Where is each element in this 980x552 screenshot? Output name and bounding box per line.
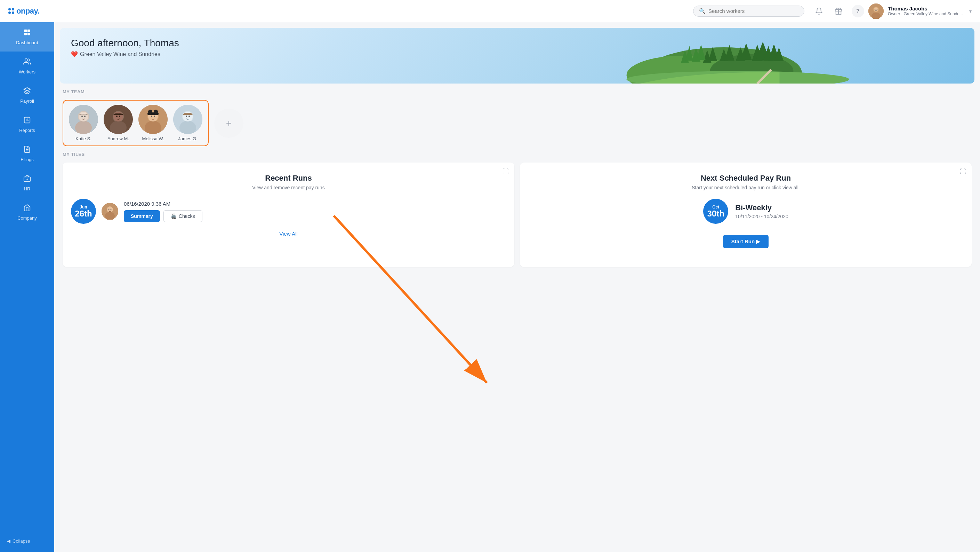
tiles-row: ⛶ Recent Runs View and remove recent pay… [63, 163, 972, 267]
svg-rect-11 [27, 33, 30, 35]
next-run-details: Bi-Weekly 10/11/2020 - 10/24/2020 [735, 203, 788, 219]
view-all-container: View All [71, 231, 506, 237]
main-content: Good afternoon, Thomas ❤️ Green Valley W… [54, 22, 980, 552]
nav-icons: ? [813, 5, 864, 18]
svg-point-46 [84, 116, 86, 117]
svg-point-44 [79, 112, 88, 121]
team-row: Katie S. [63, 100, 972, 146]
notification-icon[interactable] [813, 5, 825, 18]
svg-rect-10 [24, 33, 27, 35]
svg-point-7 [877, 8, 878, 10]
sidebar-bottom: ◀ Collapse [0, 530, 54, 552]
svg-rect-8 [24, 30, 27, 32]
collapse-arrow-icon: ◀ [7, 538, 10, 544]
recent-runs-expand-icon[interactable]: ⛶ [503, 168, 509, 175]
gift-icon[interactable] [832, 5, 845, 18]
recent-runs-tile: ⛶ Recent Runs View and remove recent pay… [63, 163, 514, 267]
recent-run-datetime: 06/16/2020 9:36 AM [124, 201, 506, 207]
recent-runs-title: Recent Runs [71, 174, 506, 183]
recent-run-day: 26th [75, 209, 92, 218]
team-avatar-james [173, 105, 202, 134]
next-run-type: Bi-Weekly [735, 203, 788, 212]
next-scheduled-expand-icon[interactable]: ⛶ [960, 168, 966, 175]
sidebar-payroll-label: Payroll [20, 99, 34, 104]
next-scheduled-subtitle: Start your next scheduled pay run or cli… [528, 185, 963, 190]
team-name-andrew: Andrew M. [107, 136, 129, 141]
team-member-melissa[interactable]: Melissa W. [138, 105, 168, 141]
summary-button[interactable]: Summary [124, 210, 160, 222]
start-run-button[interactable]: Start Run ▶ [723, 235, 769, 248]
svg-point-50 [113, 112, 123, 121]
recent-run-row: Jun 26th [71, 199, 506, 224]
svg-point-45 [81, 116, 83, 117]
recent-run-user-avatar [102, 203, 118, 220]
start-run-container: Start Run ▶ [528, 229, 963, 248]
recent-run-date-badge: Jun 26th [71, 199, 96, 224]
workers-icon [23, 58, 31, 67]
team-selected-box: Katie S. [63, 100, 208, 146]
my-team-section: MY TEAM [54, 89, 980, 152]
svg-point-51 [116, 116, 118, 117]
sidebar-item-hr[interactable]: HR [0, 168, 54, 198]
logo[interactable]: onpay. [8, 6, 39, 16]
next-run-date-badge: Oct 30th [703, 199, 728, 224]
hero-company: Green Valley Wine and Sundries [80, 51, 160, 57]
collapse-button[interactable]: ◀ Collapse [3, 536, 51, 546]
team-avatar-melissa [138, 105, 168, 134]
sidebar-item-workers[interactable]: Workers [0, 51, 54, 81]
team-name-katie: Katie S. [75, 136, 91, 141]
hero-text: Good afternoon, Thomas ❤️ Green Valley W… [60, 28, 974, 67]
user-info[interactable]: Thomas Jacobs Owner · Green Valley Wine … [869, 3, 972, 19]
svg-point-67 [188, 116, 190, 117]
svg-point-58 [154, 116, 155, 117]
filings-icon [23, 145, 31, 155]
checks-button[interactable]: 🖨️ Checks [164, 210, 202, 222]
my-tiles-title: MY TILES [63, 152, 972, 157]
checks-label: Checks [179, 213, 195, 219]
heart-icon: ❤️ [71, 51, 78, 57]
user-role: Owner · Green Valley Wine and Sundri... [888, 11, 963, 16]
team-member-james[interactable]: James G. [173, 105, 202, 141]
next-run-dates: 10/11/2020 - 10/24/2020 [735, 214, 788, 219]
top-nav: onpay. 🔍 ? Thomas Jacobs Ow [0, 0, 980, 22]
next-run-row: Oct 30th Bi-Weekly 10/11/2020 - 10/24/20… [528, 199, 963, 224]
sidebar-dashboard-label: Dashboard [16, 40, 38, 45]
svg-point-72 [111, 209, 111, 210]
search-input[interactable] [708, 8, 799, 14]
company-icon [23, 204, 31, 213]
sidebar-workers-label: Workers [19, 69, 35, 75]
hero-sub: ❤️ Green Valley Wine and Sundries [71, 51, 963, 57]
hero-greeting: Good afternoon, Thomas [71, 38, 963, 49]
printer-icon: 🖨️ [171, 213, 177, 219]
add-member-button[interactable]: + [214, 108, 243, 138]
add-member-wrapper: + [214, 108, 243, 138]
sidebar-item-payroll[interactable]: Payroll [0, 81, 54, 110]
sidebar-hr-label: HR [24, 186, 30, 191]
team-member-andrew[interactable]: Andrew M. [103, 105, 133, 141]
svg-point-57 [151, 116, 152, 117]
recent-runs-subtitle: View and remove recent pay runs [71, 185, 506, 190]
sidebar-item-dashboard[interactable]: Dashboard [0, 22, 54, 51]
sidebar-item-company[interactable]: Company [0, 198, 54, 227]
team-member-katie[interactable]: Katie S. [69, 105, 98, 141]
search-icon: 🔍 [699, 8, 706, 14]
help-icon[interactable]: ? [852, 5, 864, 18]
svg-rect-9 [27, 30, 30, 32]
view-all-link[interactable]: View All [279, 231, 298, 237]
sidebar-filings-label: Filings [21, 157, 34, 162]
sidebar-item-reports[interactable]: Reports [0, 110, 54, 139]
user-name: Thomas Jacobs [888, 6, 963, 11]
dashboard-icon [23, 29, 31, 38]
next-scheduled-tile: ⛶ Next Scheduled Pay Run Start your next… [520, 163, 972, 267]
sidebar-company-label: Company [18, 215, 37, 221]
sidebar: Dashboard Workers Payroll Reports Filing… [0, 22, 54, 552]
sidebar-reports-label: Reports [19, 128, 35, 133]
next-run-day: 30th [707, 209, 724, 218]
search-bar[interactable]: 🔍 [693, 6, 804, 17]
user-avatar [869, 3, 884, 19]
sidebar-item-filings[interactable]: Filings [0, 139, 54, 168]
user-details: Thomas Jacobs Owner · Green Valley Wine … [888, 6, 963, 16]
svg-point-60 [148, 110, 152, 114]
recent-run-info: 06/16/2020 9:36 AM Summary 🖨️ Checks [124, 201, 506, 222]
next-run-content: Oct 30th Bi-Weekly 10/11/2020 - 10/24/20… [703, 199, 788, 224]
